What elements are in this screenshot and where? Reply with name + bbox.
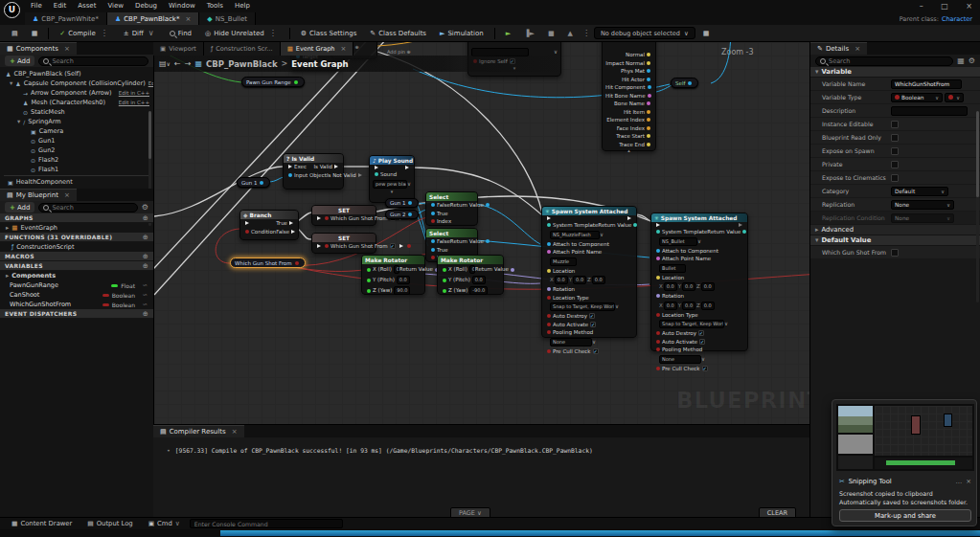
add-variable-icon[interactable]: ⊕	[143, 262, 148, 270]
pitch-pin[interactable]	[367, 279, 371, 282]
graphs-section[interactable]: GRAPHS⊕	[0, 213, 153, 223]
menu-file[interactable]: File	[25, 0, 48, 12]
object-pin[interactable]	[408, 201, 412, 205]
stop-button[interactable]: ■	[542, 26, 560, 41]
exec-out-pin[interactable]	[399, 244, 403, 248]
components-search[interactable]	[38, 56, 148, 66]
rotation-pin[interactable]	[547, 287, 551, 291]
roll-pin[interactable]	[443, 268, 446, 272]
get-gun2-node[interactable]: Gun 2	[385, 210, 419, 219]
bool-pin[interactable]	[325, 216, 329, 220]
play-button[interactable]: ►	[500, 26, 516, 41]
component-row-health[interactable]: ▣HealthComponent	[0, 177, 153, 187]
false-pin[interactable]	[431, 203, 435, 207]
close-icon[interactable]: ×	[64, 45, 70, 53]
make-rotator-node-1[interactable]: Make Rotator X (Roll)0.0Return Value Y (…	[361, 255, 425, 295]
components-group-row[interactable]: ▸Components	[0, 271, 153, 280]
components-panel-tab[interactable]: ▦Components×	[0, 42, 77, 55]
bool-pin[interactable]	[325, 244, 329, 248]
variable-name-input[interactable]: WhichGunShotFrom	[891, 79, 962, 89]
close-icon[interactable]: ×	[232, 428, 238, 436]
exec-out-pin[interactable]	[739, 223, 742, 227]
close-icon[interactable]: ×	[340, 45, 346, 53]
visibility-icon[interactable]: ∽	[138, 301, 148, 308]
details-search[interactable]	[815, 56, 953, 66]
location-pin[interactable]	[656, 276, 660, 280]
system-pin[interactable]	[656, 230, 660, 234]
menu-tools[interactable]: Tools	[201, 0, 229, 12]
auto-destroy-pin[interactable]	[547, 314, 551, 318]
spawn-system-attached-node-1[interactable]: ✳Spawn System Attached System TemplateRe…	[541, 206, 637, 338]
exec-out-pin[interactable]	[405, 166, 409, 169]
close-icon[interactable]: ×	[64, 191, 70, 199]
system-template-dropdown[interactable]: NS_Bullet	[659, 237, 697, 246]
bool-out-pin[interactable]	[407, 244, 411, 248]
pitch-pin[interactable]	[443, 279, 446, 282]
attach-point-field[interactable]: Bullet	[659, 264, 686, 273]
attach-point-pin[interactable]	[547, 250, 551, 254]
spawn-system-attached-node-2[interactable]: ✳Spawn System Attached System TemplateRe…	[650, 213, 748, 351]
save-button[interactable]: ▤	[6, 26, 24, 41]
screenshot-thumbnail[interactable]	[836, 404, 974, 471]
attach-pin[interactable]	[547, 242, 551, 246]
advanced-section-header[interactable]: ▸Advanced	[810, 225, 980, 235]
bool-pin[interactable]	[295, 261, 299, 265]
pooling-pin[interactable]	[656, 347, 660, 351]
property-matrix-icon[interactable]: ▦	[957, 56, 965, 65]
details-panel-tab[interactable]: ✎Details×	[810, 42, 867, 55]
select-node-1[interactable]: Select FalseReturn Value True Index	[425, 191, 478, 226]
hide-unrelated-button[interactable]: ◎Hide Unrelated⋮	[199, 26, 285, 41]
visibility-icon[interactable]: ∽	[138, 291, 148, 299]
expose-to-cinematics-checkbox[interactable]	[891, 174, 899, 182]
auto-destroy-checkbox[interactable]: ✓	[589, 313, 595, 319]
exec-in-pin[interactable]	[547, 216, 551, 220]
default-value-section-header[interactable]: ▾Default Value	[810, 235, 980, 246]
variable-section-header[interactable]: ▾Variable	[810, 67, 980, 78]
find-button[interactable]: Find	[164, 26, 197, 41]
attach-point-pin[interactable]	[656, 257, 660, 260]
is-valid-node[interactable]: ?Is Valid ExecIs Valid Input ObjectIs No…	[283, 153, 344, 190]
edit-in-cpp-link[interactable]: Edit in C++	[119, 90, 149, 96]
component-row-staticmesh[interactable]: ⊙StaticMesh	[0, 107, 153, 117]
visibility-icon[interactable]: ∽	[138, 281, 148, 289]
console-command-box[interactable]	[190, 519, 343, 528]
add-macro-icon[interactable]: ⊕	[143, 253, 148, 260]
add-pin-label[interactable]: Add pin ⊕	[387, 49, 411, 55]
yaw-pin[interactable]	[367, 289, 371, 293]
condition-pin[interactable]	[245, 230, 249, 234]
add-blueprint-item-button[interactable]: +Add	[5, 202, 34, 213]
container-type-dropdown[interactable]: ∨	[945, 93, 964, 102]
breadcrumb-root[interactable]: CBP_PawnBlack	[206, 59, 278, 69]
compiler-results-tab[interactable]: ▤Compiler Results×	[153, 425, 244, 437]
auto-activate-checkbox[interactable]: ✓	[699, 339, 705, 345]
variable-row-whichgunshotfrom[interactable]: WhichGunShotFromBoolean∽	[0, 300, 153, 309]
component-row-arrow[interactable]: →Arrow Component (Arrow)Edit in C++	[0, 88, 153, 98]
system-template-dropdown[interactable]: NS_MuzzleFlash	[550, 231, 600, 239]
attach-pin[interactable]	[656, 249, 660, 253]
eject-button[interactable]: ▲	[562, 26, 579, 41]
exec-in-pin[interactable]	[245, 221, 249, 225]
edit-in-cpp-link[interactable]: Edit in C++	[119, 100, 149, 105]
system-pin[interactable]	[547, 223, 551, 227]
add-component-button[interactable]: +Add	[5, 56, 34, 66]
set-which-gun-node-1[interactable]: SET Which Gun Shot From	[311, 205, 376, 226]
add-function-icon[interactable]: ⊕	[143, 234, 148, 241]
macros-section[interactable]: MACROS⊕	[0, 252, 153, 261]
menu-help[interactable]: Help	[229, 0, 256, 12]
scrollbar-thumb[interactable]	[976, 111, 979, 197]
notification-close-icon[interactable]: ×	[966, 478, 971, 485]
sound-pin[interactable]	[375, 172, 378, 176]
component-row-self[interactable]: ♟CBP_PawnBlack (Self)	[0, 69, 153, 78]
replication-condition-dropdown[interactable]: None∨	[891, 213, 954, 223]
pooling-pin[interactable]	[547, 330, 551, 334]
pre-cull-checkbox[interactable]: ✓	[702, 366, 708, 371]
return-pin[interactable]	[742, 230, 746, 234]
output-log-button[interactable]: ▤Output Log	[81, 520, 138, 527]
true-exec-pin[interactable]	[289, 221, 293, 225]
variables-section[interactable]: VARIABLES⊕	[0, 261, 153, 271]
index-pin[interactable]	[431, 219, 435, 223]
return-pin[interactable]	[633, 223, 637, 227]
pre-cull-checkbox[interactable]: ✓	[593, 348, 599, 354]
construction-script-row[interactable]: ƒConstructionScript	[0, 242, 153, 252]
settings-gear-icon[interactable]: ⚙	[142, 203, 148, 212]
